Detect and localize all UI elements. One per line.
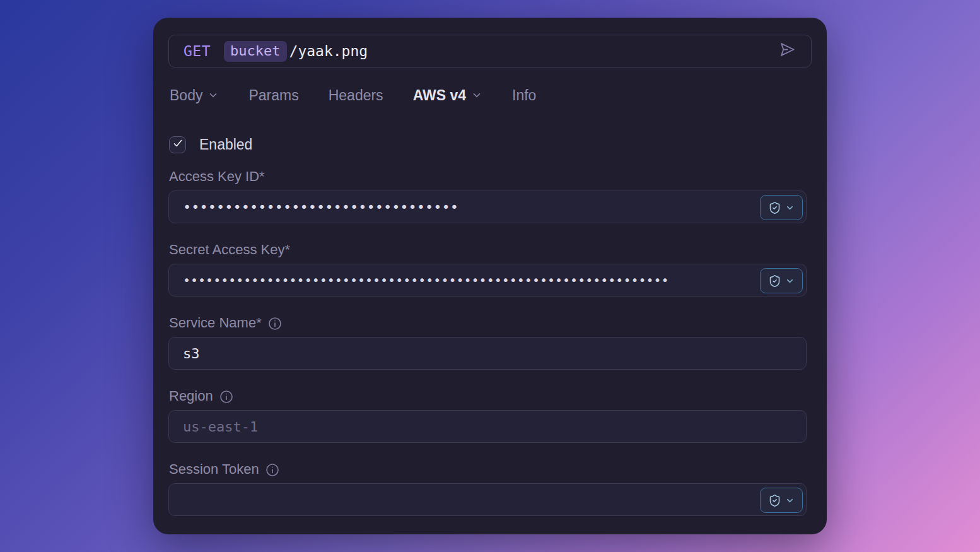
- region-placeholder: us-east-1: [183, 419, 258, 435]
- tab-headers-label: Headers: [329, 87, 383, 104]
- access-key-masked-value: •••••••••••••••••••••••••••••••••: [183, 199, 458, 215]
- service-name-label: Service Name*: [168, 315, 812, 331]
- url-bar[interactable]: GET bucket /yaak.png: [168, 35, 812, 68]
- region-group: Region us-east-1: [168, 388, 812, 443]
- shield-check-icon: [768, 201, 781, 214]
- info-icon[interactable]: [265, 462, 280, 478]
- service-name-value: s3: [183, 346, 200, 361]
- secret-key-input[interactable]: ••••••••••••••••••••••••••••••••••••••••…: [168, 264, 807, 297]
- chevron-down-icon: [785, 203, 795, 213]
- info-icon[interactable]: [267, 316, 283, 331]
- access-key-input[interactable]: •••••••••••••••••••••••••••••••••: [168, 191, 807, 223]
- tab-body[interactable]: Body: [170, 86, 219, 105]
- region-input[interactable]: us-east-1: [168, 410, 807, 443]
- access-key-label: Access Key ID*: [168, 168, 812, 185]
- send-button[interactable]: [778, 42, 796, 61]
- tab-info-label: Info: [512, 87, 536, 104]
- chevron-down-icon: [785, 276, 795, 286]
- tab-params[interactable]: Params: [248, 87, 298, 104]
- service-name-input[interactable]: s3: [168, 337, 807, 370]
- tab-aws-v4-label: AWS v4: [413, 87, 466, 104]
- url-path[interactable]: /yaak.png: [289, 43, 368, 59]
- chevron-down-icon: [471, 88, 482, 105]
- session-token-group: Session Token: [168, 461, 812, 516]
- tab-body-label: Body: [170, 87, 202, 104]
- enabled-row: Enabled: [168, 136, 812, 153]
- tab-aws-v4[interactable]: AWS v4: [413, 86, 482, 105]
- shield-check-icon: [768, 494, 781, 507]
- secret-key-secure-button[interactable]: [760, 268, 803, 293]
- session-token-input[interactable]: [168, 483, 807, 516]
- access-key-group: Access Key ID* •••••••••••••••••••••••••…: [168, 168, 812, 223]
- enabled-label: Enabled: [199, 136, 252, 153]
- shield-check-icon: [768, 274, 781, 288]
- chevron-down-icon: [207, 88, 219, 105]
- session-token-secure-button[interactable]: [760, 488, 803, 513]
- request-panel: GET bucket /yaak.png Body Params Headers…: [153, 18, 827, 534]
- session-token-label: Session Token: [168, 461, 812, 478]
- secret-key-masked-value: ••••••••••••••••••••••••••••••••••••••••…: [183, 273, 669, 288]
- enabled-checkbox[interactable]: [169, 136, 186, 153]
- send-icon: [779, 41, 796, 61]
- checkmark-icon: [172, 138, 184, 151]
- tab-info[interactable]: Info: [512, 87, 536, 104]
- tab-params-label: Params: [248, 87, 298, 104]
- request-tabs: Body Params Headers AWS v4 Info: [168, 85, 812, 106]
- access-key-secure-button[interactable]: [760, 195, 803, 220]
- info-icon[interactable]: [219, 389, 234, 404]
- http-method[interactable]: GET: [184, 43, 211, 59]
- region-label: Region: [168, 388, 812, 404]
- secret-key-group: Secret Access Key* •••••••••••••••••••••…: [168, 242, 812, 297]
- variable-badge[interactable]: bucket: [224, 41, 286, 62]
- chevron-down-icon: [785, 496, 795, 505]
- service-name-group: Service Name* s3: [168, 315, 812, 370]
- secret-key-label: Secret Access Key*: [168, 242, 812, 258]
- tab-headers[interactable]: Headers: [329, 87, 383, 104]
